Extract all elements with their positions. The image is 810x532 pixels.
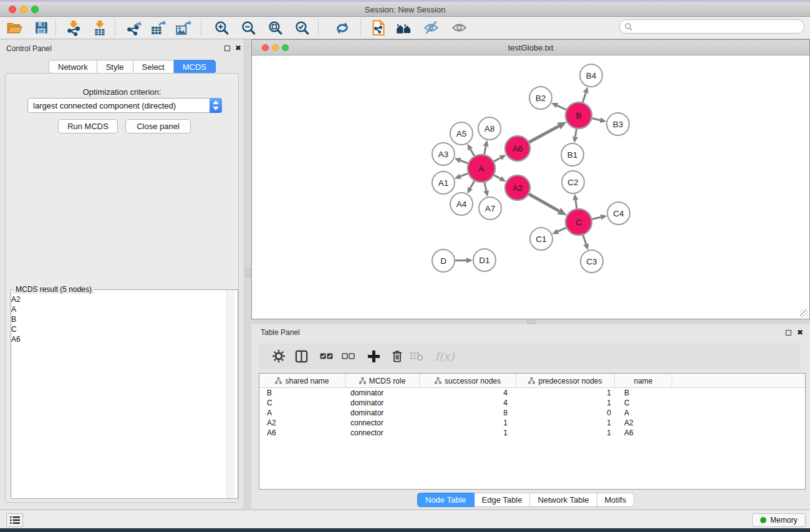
settings-gear-icon[interactable]: [269, 347, 288, 365]
export-table-icon[interactable]: [148, 18, 167, 37]
zoom-fit-icon[interactable]: [266, 18, 284, 37]
tab-style[interactable]: Style: [97, 60, 133, 74]
float-panel-icon[interactable]: [224, 46, 230, 51]
task-history-list-icon[interactable]: [6, 513, 23, 527]
graph-edge-A2-C[interactable]: [529, 194, 559, 211]
export-network-icon[interactable]: [125, 18, 143, 37]
zoom-selected-icon[interactable]: [292, 18, 311, 37]
search-field[interactable]: [619, 19, 804, 34]
cell-mcds-role[interactable]: dominator: [345, 399, 420, 407]
graph-edge-B-B4[interactable]: [583, 93, 586, 102]
cell-name[interactable]: A: [615, 409, 672, 417]
tab-select[interactable]: Select: [133, 60, 174, 74]
table-row[interactable]: A6 connector 1 1 A6: [259, 428, 805, 438]
cell-mcds-role[interactable]: dominator: [345, 409, 420, 417]
graph-edge-A-A6[interactable]: [494, 158, 501, 162]
result-list-scrollbar[interactable]: [226, 290, 234, 498]
mcds-result-item[interactable]: A6: [11, 334, 229, 344]
cell-successor-nodes[interactable]: 4: [420, 399, 516, 407]
graph-edge-B-B2[interactable]: [557, 105, 566, 110]
graph-edge-C-C2[interactable]: [576, 200, 577, 208]
hide-graphics-details-icon[interactable]: [422, 18, 440, 37]
column-header-name[interactable]: name: [615, 374, 672, 388]
criterion-select[interactable]: largest connected component (directed): [27, 98, 222, 113]
cell-successor-nodes[interactable]: 4: [420, 389, 516, 397]
graph-edge-A-A8[interactable]: [485, 146, 486, 154]
graph-edge-A-A4[interactable]: [470, 181, 475, 188]
graph-edge-C-C1[interactable]: [557, 228, 566, 231]
clear-all-checkboxes-icon[interactable]: [339, 347, 357, 365]
table-row[interactable]: B dominator 4 1 B: [259, 388, 805, 398]
select-stepper-icon[interactable]: [210, 98, 222, 113]
cell-successor-nodes[interactable]: 1: [420, 418, 516, 427]
cell-successor-nodes[interactable]: 8: [420, 409, 516, 417]
graph-edge-C-C3[interactable]: [583, 235, 586, 244]
mcds-result-item[interactable]: C: [11, 324, 229, 334]
show-column-icon[interactable]: [292, 347, 311, 365]
cell-predecessor-nodes[interactable]: 1: [516, 389, 615, 397]
resize-grip-icon[interactable]: [800, 309, 808, 317]
graph-edge-A-A1[interactable]: [460, 173, 468, 177]
cell-successor-nodes[interactable]: 1: [420, 428, 516, 437]
cell-shared-name[interactable]: A2: [259, 418, 345, 427]
import-table-icon[interactable]: [90, 18, 109, 37]
vertical-splitter-handle[interactable]: [246, 268, 251, 277]
cell-predecessor-nodes[interactable]: 1: [516, 418, 615, 427]
home-pages-icon[interactable]: [395, 18, 413, 37]
select-all-checkboxes-icon[interactable]: [317, 347, 335, 365]
graph-edge-B-B1[interactable]: [576, 129, 577, 137]
cell-predecessor-nodes[interactable]: 1: [516, 428, 615, 437]
import-network-icon[interactable]: [64, 18, 83, 37]
table-row[interactable]: C dominator 4 1 C: [259, 398, 805, 408]
tab-node-table[interactable]: Node Table: [417, 493, 475, 507]
cell-name[interactable]: B: [615, 389, 672, 397]
column-header-shared-name[interactable]: shared name: [259, 374, 345, 388]
tab-motifs[interactable]: Motifs: [597, 493, 635, 507]
cell-mcds-role[interactable]: dominator: [345, 389, 420, 397]
delete-column-icon[interactable]: [388, 347, 407, 365]
graph-edge-A6-B[interactable]: [529, 126, 559, 142]
close-panel-button[interactable]: Close panel: [125, 119, 191, 133]
show-graphics-details-icon[interactable]: [450, 18, 468, 37]
cell-shared-name[interactable]: A: [259, 409, 345, 417]
open-folder-icon[interactable]: [5, 18, 24, 37]
cell-predecessor-nodes[interactable]: 1: [516, 399, 615, 407]
close-table-panel-icon[interactable]: ✖: [797, 329, 803, 336]
export-image-icon[interactable]: [173, 18, 192, 37]
tab-mcds[interactable]: MCDS: [174, 60, 216, 74]
run-mcds-button[interactable]: Run MCDS: [58, 119, 118, 133]
zoom-in-icon[interactable]: [212, 18, 231, 37]
column-header-mcds-role[interactable]: MCDS role: [345, 374, 420, 388]
cell-mcds-role[interactable]: connector: [345, 428, 420, 437]
table-row[interactable]: A dominator 8 0 A: [259, 408, 805, 418]
function-builder-icon[interactable]: f(x): [431, 347, 458, 365]
network-canvas[interactable]: AA1A3A5A8A4A7A6A2BB2B4B3B1CC2C4C1C3DD1: [252, 56, 809, 319]
horizontal-splitter-handle[interactable]: [527, 321, 536, 324]
add-column-icon[interactable]: [364, 347, 383, 365]
save-session-icon[interactable]: [32, 18, 51, 37]
search-input[interactable]: [633, 22, 804, 32]
cell-name[interactable]: A2: [615, 418, 672, 427]
graph-edge-C-C4[interactable]: [592, 217, 600, 219]
float-table-panel-icon[interactable]: [786, 330, 791, 336]
graph-edge-A-A7[interactable]: [485, 182, 486, 190]
graph-edge-A-A5[interactable]: [470, 149, 474, 156]
cell-name[interactable]: A6: [615, 428, 672, 437]
cell-mcds-role[interactable]: connector: [345, 418, 420, 427]
tab-network-table[interactable]: Network Table: [530, 493, 597, 507]
table-row[interactable]: A2 connector 1 1 A2: [259, 418, 805, 428]
column-header-successor-nodes[interactable]: successor nodes: [420, 374, 516, 388]
zoom-out-icon[interactable]: [239, 18, 258, 37]
cell-name[interactable]: C: [615, 399, 672, 407]
mcds-result-item[interactable]: A2: [11, 294, 229, 304]
memory-button[interactable]: Memory: [752, 513, 806, 527]
tab-network[interactable]: Network: [49, 60, 97, 74]
refresh-icon[interactable]: [333, 18, 352, 37]
cell-predecessor-nodes[interactable]: 0: [516, 409, 615, 417]
graph-edge-A-A2[interactable]: [494, 175, 500, 179]
graph-edge-A-A3[interactable]: [460, 160, 468, 163]
network-from-file-icon[interactable]: [369, 18, 387, 37]
mcds-result-item[interactable]: A: [11, 304, 229, 314]
graph-edge-B-B3[interactable]: [592, 118, 600, 120]
cell-shared-name[interactable]: C: [259, 399, 345, 407]
